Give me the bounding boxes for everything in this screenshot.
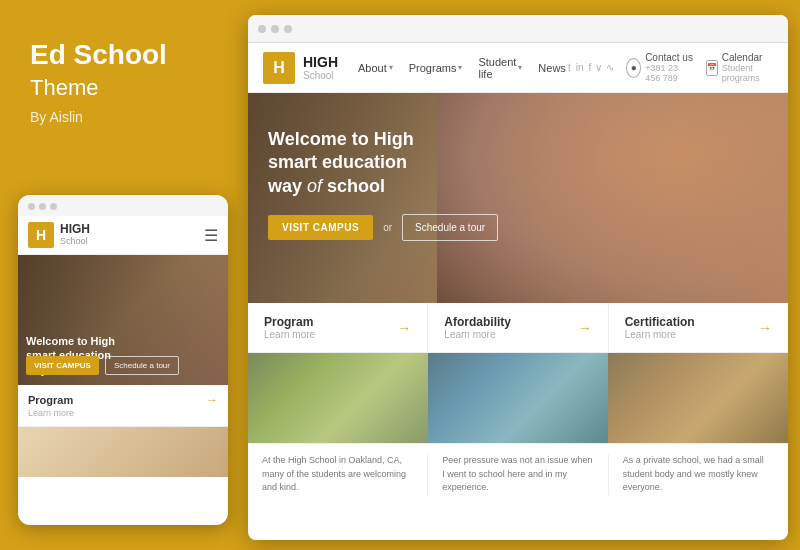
contact-info: Contact us +381 23 456 789 bbox=[645, 52, 694, 83]
globe-icon: ● bbox=[626, 58, 641, 78]
mobile-browser-dots bbox=[18, 195, 228, 216]
visit-campus-button[interactable]: VISIT CAMPUS bbox=[268, 215, 373, 240]
feature-certification-text: Certification Learn more bbox=[625, 315, 695, 340]
desktop-logo: H HIGH School bbox=[263, 52, 338, 84]
calendar-icon: 📅 bbox=[706, 60, 718, 76]
feature-affordability-text: Afordability Learn more bbox=[444, 315, 511, 340]
desktop-hero: Welcome to High smart education way of s… bbox=[248, 93, 788, 303]
desktop-nav-right: t in f v ∿ ● Contact us +381 23 456 789 … bbox=[568, 52, 773, 83]
mobile-program-section: Program → Learn more bbox=[18, 385, 228, 427]
desktop-menu: About Programs Student life News bbox=[358, 56, 568, 80]
desc-item-2: Peer pressure was not an issue when I we… bbox=[428, 454, 608, 495]
contact-phone: +381 23 456 789 bbox=[645, 63, 694, 83]
twitter-icon[interactable]: t bbox=[568, 62, 571, 73]
cards-row bbox=[248, 353, 788, 443]
calendar-sub: Student programs bbox=[722, 63, 773, 83]
feature-certification-arrow: → bbox=[758, 320, 772, 336]
nav-calendar: 📅 Calendar Student programs bbox=[706, 52, 773, 83]
left-panel: Ed School Theme By Aislin H HIGH School … bbox=[0, 0, 245, 550]
mobile-preview: H HIGH School ☰ Welcome to High smart ed… bbox=[18, 195, 228, 525]
feature-affordability[interactable]: Afordability Learn more → bbox=[428, 303, 608, 352]
mobile-logo-text: HIGH School bbox=[60, 223, 90, 246]
theme-subtitle: Theme bbox=[30, 75, 215, 101]
mobile-schedule-tour-button[interactable]: Schedule a tour bbox=[105, 356, 179, 375]
calendar-label: Calendar bbox=[722, 52, 773, 63]
feature-certification-learn: Learn more bbox=[625, 329, 695, 340]
feature-affordability-arrow: → bbox=[578, 320, 592, 336]
mobile-visit-campus-button[interactable]: VISIT CAMPUS bbox=[26, 356, 99, 375]
mobile-dot-2 bbox=[39, 203, 46, 210]
menu-about[interactable]: About bbox=[358, 56, 393, 80]
feature-certification-name: Certification bbox=[625, 315, 695, 329]
mobile-logo: H HIGH School bbox=[28, 222, 90, 248]
mobile-hero-buttons: VISIT CAMPUS Schedule a tour bbox=[26, 356, 179, 375]
nav-social: t in f v ∿ bbox=[568, 62, 614, 73]
desc-item-1: At the High School in Oakland, CA, many … bbox=[248, 454, 428, 495]
desktop-nav: H HIGH School About Programs Student lif… bbox=[248, 43, 788, 93]
mobile-dot-1 bbox=[28, 203, 35, 210]
mobile-dot-3 bbox=[50, 203, 57, 210]
description-row: At the High School in Oakland, CA, many … bbox=[248, 443, 788, 505]
hero-content: Welcome to High smart education way of s… bbox=[268, 128, 498, 241]
feature-affordability-learn: Learn more bbox=[444, 329, 511, 340]
desc-item-3: As a private school, we had a small stud… bbox=[609, 454, 788, 495]
menu-programs[interactable]: Programs bbox=[409, 56, 463, 80]
desktop-logo-square: H bbox=[263, 52, 295, 84]
browser-dot-1 bbox=[258, 25, 266, 33]
theme-author: By Aislin bbox=[30, 109, 215, 125]
theme-title: Ed School bbox=[30, 40, 215, 71]
vimeo-icon[interactable]: v bbox=[596, 62, 601, 73]
card-image-2 bbox=[428, 353, 608, 443]
contact-label: Contact us bbox=[645, 52, 694, 63]
feature-affordability-name: Afordability bbox=[444, 315, 511, 329]
browser-dot-2 bbox=[271, 25, 279, 33]
feature-program-arrow: → bbox=[397, 320, 411, 336]
browser-dot-3 bbox=[284, 25, 292, 33]
mobile-program-title: Program bbox=[28, 394, 73, 406]
browser-bar bbox=[248, 15, 788, 43]
nav-contact: ● Contact us +381 23 456 789 bbox=[626, 52, 693, 83]
mobile-logo-school: School bbox=[60, 237, 90, 247]
card-image-3 bbox=[608, 353, 788, 443]
feature-row: Program Learn more → Afordability Learn … bbox=[248, 303, 788, 353]
mobile-program-arrow: → bbox=[206, 393, 218, 407]
facebook-icon[interactable]: f bbox=[588, 62, 591, 73]
schedule-tour-button[interactable]: Schedule a tour bbox=[402, 214, 498, 241]
feature-program-text: Program Learn more bbox=[264, 315, 315, 340]
hero-or-label: or bbox=[383, 222, 392, 233]
hero-title: Welcome to High smart education way of s… bbox=[268, 128, 498, 198]
calendar-info: Calendar Student programs bbox=[722, 52, 773, 83]
feature-program[interactable]: Program Learn more → bbox=[248, 303, 428, 352]
mobile-logo-square: H bbox=[28, 222, 54, 248]
linkedin-icon[interactable]: in bbox=[576, 62, 584, 73]
mobile-card-image bbox=[18, 427, 228, 477]
feature-certification[interactable]: Certification Learn more → bbox=[609, 303, 788, 352]
menu-news[interactable]: News bbox=[538, 56, 568, 80]
mobile-hero: Welcome to High smart education way of s… bbox=[18, 255, 228, 385]
mobile-logo-high: HIGH bbox=[60, 223, 90, 236]
desktop-logo-text: HIGH School bbox=[303, 54, 338, 81]
hero-buttons: VISIT CAMPUS or Schedule a tour bbox=[268, 214, 498, 241]
menu-student-life[interactable]: Student life bbox=[478, 56, 522, 80]
mobile-nav: H HIGH School ☰ bbox=[18, 216, 228, 255]
desktop-preview: H HIGH School About Programs Student lif… bbox=[248, 15, 788, 540]
rss-icon[interactable]: ∿ bbox=[606, 62, 614, 73]
card-image-1 bbox=[248, 353, 428, 443]
feature-program-name: Program bbox=[264, 315, 315, 329]
feature-program-learn: Learn more bbox=[264, 329, 315, 340]
hamburger-icon[interactable]: ☰ bbox=[204, 226, 218, 245]
mobile-program-learn: Learn more bbox=[28, 408, 218, 418]
